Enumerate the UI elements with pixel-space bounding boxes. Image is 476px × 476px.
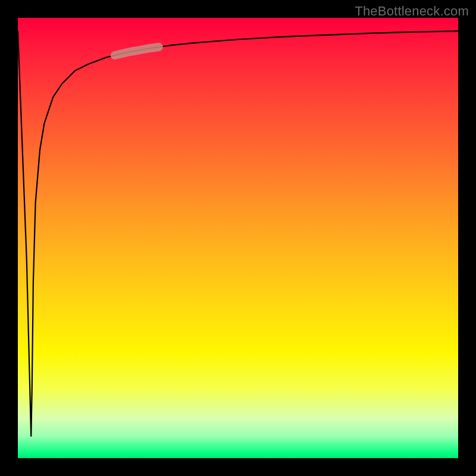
chart-container: TheBottleneck.com bbox=[0, 0, 476, 476]
watermark-text: TheBottleneck.com bbox=[355, 4, 469, 19]
chart-svg bbox=[18, 18, 458, 458]
curve-highlight-segment bbox=[115, 47, 159, 55]
bottleneck-curve bbox=[18, 31, 458, 436]
